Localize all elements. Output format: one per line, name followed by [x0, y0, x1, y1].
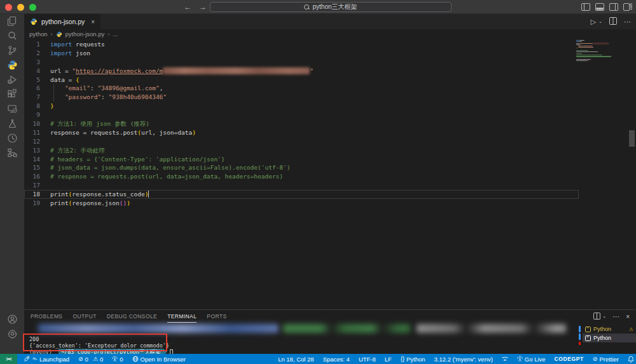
codegpt-button[interactable]: CODEGPT: [555, 356, 584, 362]
python-interpreter-status[interactable]: 3.12.2 ('myenv': venv): [434, 356, 493, 363]
redacted-url-blur: [163, 67, 310, 74]
command-center-search[interactable]: python三大框架: [210, 2, 452, 12]
formatter-icon[interactable]: [502, 356, 508, 361]
code-line-14: 14# headers = {'Content-Type': 'applicat…: [24, 155, 579, 164]
code-line-1: 1import requests: [24, 40, 579, 49]
terminal[interactable]: 200 {'access_token': 'Excepteur dolor co…: [24, 323, 577, 354]
toggle-secondary-sidebar-icon[interactable]: [609, 3, 618, 11]
toggle-panel-icon[interactable]: [595, 3, 604, 11]
back-icon[interactable]: ←: [184, 3, 191, 11]
terminal-list-item-2[interactable]: Python: [583, 334, 636, 342]
eol-status[interactable]: LF: [385, 356, 392, 363]
terminal-icon: [585, 335, 591, 341]
status-bar: >< Launchpad ⊘ 0 ⚠ 0 0 Open In Browser: [0, 354, 636, 364]
run-dropdown-chevron-icon[interactable]: ⌄: [598, 19, 602, 24]
globe-icon: [132, 356, 139, 362]
problems-status[interactable]: ⊘ 0 ⚠ 0: [78, 356, 103, 363]
notifications-bell-icon[interactable]: [628, 356, 634, 363]
activity-bar: [0, 14, 24, 354]
panel-tab-problems[interactable]: PROBLEMS: [31, 310, 62, 323]
line-number: 8: [24, 102, 40, 111]
tab-label: python-json.py: [41, 18, 85, 25]
python-file-icon: [56, 31, 62, 37]
panel-tab-debug-console[interactable]: DEBUG CONSOLE: [107, 310, 157, 323]
radio-tower-icon: [112, 356, 118, 362]
code-line-10: 10# 方法1: 使用 json 参数 (推荐): [24, 119, 579, 128]
minimap[interactable]: [576, 40, 631, 61]
run-python-file-icon[interactable]: ▷: [591, 18, 596, 26]
line-number: 7: [24, 93, 40, 102]
remote-explorer-icon[interactable]: [0, 102, 24, 116]
prettier-status[interactable]: ⊘ Prettier: [593, 356, 619, 363]
testing-icon[interactable]: [0, 116, 24, 131]
open-in-browser-button[interactable]: Open In Browser: [132, 356, 186, 363]
traffic-lights: [5, 4, 36, 11]
forwarded-ports-status[interactable]: 0: [112, 356, 123, 363]
toggle-primary-sidebar-icon[interactable]: [581, 3, 590, 11]
run-debug-icon[interactable]: [0, 72, 24, 87]
more-actions-icon[interactable]: ⋯: [624, 18, 631, 26]
panel-tab-ports[interactable]: PORTS: [207, 310, 226, 323]
breadcrumb-symbol[interactable]: ...: [113, 30, 118, 37]
zoom-window-button[interactable]: [29, 4, 36, 11]
line-number: 17: [24, 181, 40, 190]
line-number: 2: [24, 49, 40, 58]
close-window-button[interactable]: [5, 4, 12, 11]
line-number: 10: [24, 119, 40, 128]
editor-scrollbar[interactable]: [629, 130, 635, 147]
encoding-status[interactable]: UTF-8: [359, 356, 376, 363]
tab-close-icon[interactable]: ×: [91, 18, 95, 25]
account-icon[interactable]: [0, 312, 24, 327]
close-panel-icon[interactable]: ×: [626, 313, 630, 320]
editor-tabbar: python-json.py × ▷ ⌄ ⋯: [24, 14, 636, 29]
link-icon: [32, 356, 38, 362]
customize-layout-icon[interactable]: [623, 3, 632, 11]
code-line-13: 13# 方法2: 手动处理: [24, 146, 579, 155]
breadcrumb-folder[interactable]: python: [29, 30, 48, 37]
search-view-icon[interactable]: [0, 29, 24, 43]
line-number: 4: [24, 67, 40, 76]
code-line-16: 16# response = requests.post(url, data=j…: [24, 172, 579, 181]
breadcrumb-file[interactable]: python-json.py: [66, 30, 105, 37]
warning-icon: ⚠: [93, 356, 98, 362]
settings-gear-icon[interactable]: [0, 327, 24, 341]
line-number: 11: [24, 128, 40, 137]
python-file-icon: [30, 18, 38, 25]
panel-tab-terminal[interactable]: TERMINAL: [167, 310, 197, 323]
go-live-button[interactable]: Go Live: [517, 356, 546, 363]
line-number: 12: [24, 137, 40, 146]
explorer-icon[interactable]: [0, 14, 24, 29]
python-extension-icon[interactable]: [0, 58, 24, 72]
slash-circle-icon: ⊘: [593, 356, 598, 362]
chevron-right-icon: ›: [107, 31, 109, 37]
panel-more-actions-icon[interactable]: ⋯: [612, 313, 619, 321]
split-terminal-icon[interactable]: [593, 311, 600, 322]
split-editor-icon[interactable]: [609, 16, 617, 27]
terminal-blurred-command: [38, 324, 566, 334]
remote-indicator[interactable]: ><: [0, 354, 17, 364]
code-line-12: 12: [24, 137, 579, 146]
tab-python-json[interactable]: python-json.py ×: [24, 14, 101, 29]
language-mode-status[interactable]: {} Python: [401, 356, 425, 363]
launchpad-button[interactable]: Launchpad: [24, 356, 69, 363]
references-icon[interactable]: [0, 145, 24, 160]
code-line-17: 17: [24, 181, 579, 190]
source-control-icon[interactable]: [0, 43, 24, 58]
window-title: python三大框架: [312, 3, 357, 11]
code-line-11: 11response = requests.post(url, json=dat…: [24, 128, 579, 137]
code-line-5: 5data = {: [24, 76, 579, 84]
terminal-list-item-1[interactable]: Python⚠: [583, 325, 636, 334]
breadcrumb[interactable]: python › python-json.py › ...: [24, 29, 636, 39]
panel-tab-output[interactable]: OUTPUT: [73, 310, 96, 323]
line-number: 14: [24, 155, 40, 164]
forward-icon[interactable]: →: [199, 3, 207, 11]
code-line-2: 2import json: [24, 49, 579, 58]
minimize-window-button[interactable]: [17, 4, 24, 11]
cursor-position-status[interactable]: Ln 18, Col 28: [278, 356, 314, 363]
extensions-icon[interactable]: [0, 87, 24, 102]
jupyter-icon[interactable]: [0, 131, 24, 145]
split-dropdown-chevron-icon[interactable]: ⌄: [602, 314, 606, 319]
terminal-decoration: [579, 326, 581, 332]
code-editor[interactable]: 1import requests2import json34url = "htt…: [24, 39, 636, 309]
indentation-status[interactable]: Spaces: 4: [323, 356, 350, 363]
